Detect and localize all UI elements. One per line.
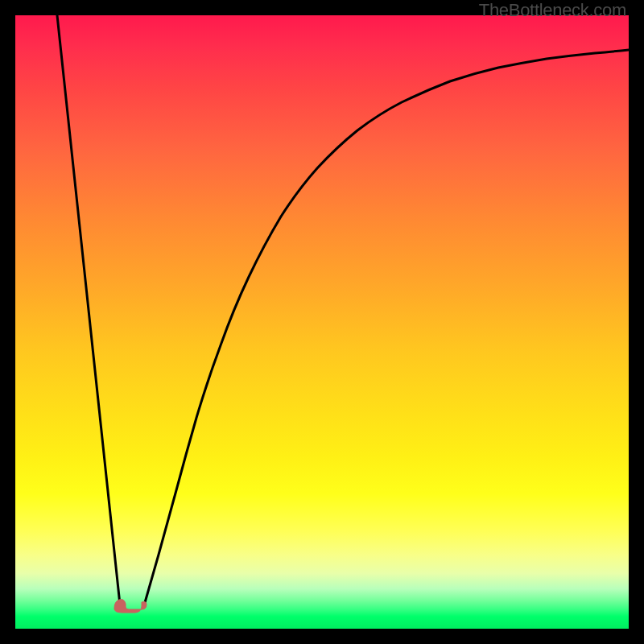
- chart-plot-area: [15, 15, 629, 629]
- data-marker: [106, 592, 151, 616]
- chart-curves: [15, 15, 629, 629]
- watermark-text: TheBottleneck.com: [479, 0, 626, 21]
- right-curve-path: [144, 50, 629, 605]
- left-line-path: [57, 15, 120, 605]
